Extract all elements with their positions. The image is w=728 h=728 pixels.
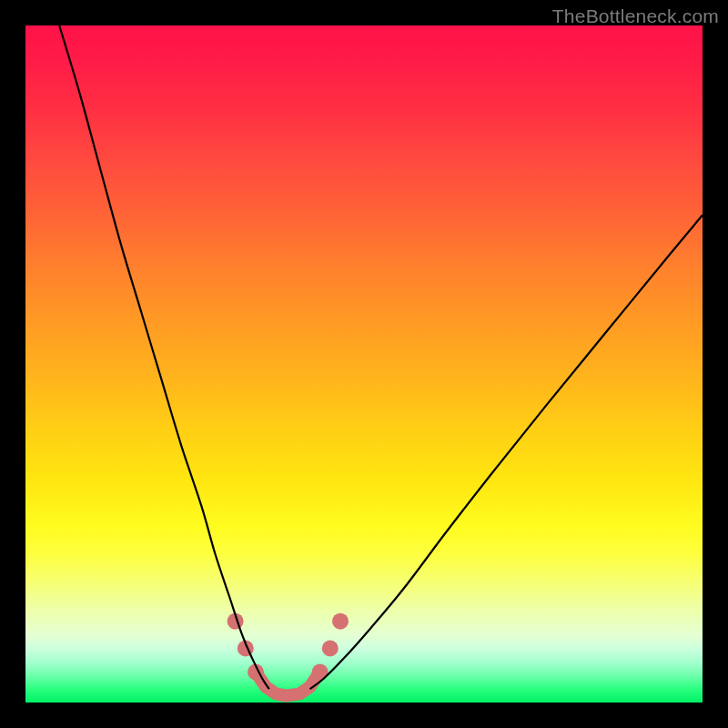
left-curve-path — [59, 25, 269, 689]
watermark-text: TheBottleneck.com — [552, 5, 719, 27]
right-curve-path — [310, 215, 703, 689]
trough-dots — [228, 613, 349, 681]
trough-dot — [322, 641, 339, 657]
trough-dot — [332, 613, 349, 630]
chart-frame: TheBottleneck.com — [0, 0, 728, 728]
curve-layer — [25, 25, 703, 703]
